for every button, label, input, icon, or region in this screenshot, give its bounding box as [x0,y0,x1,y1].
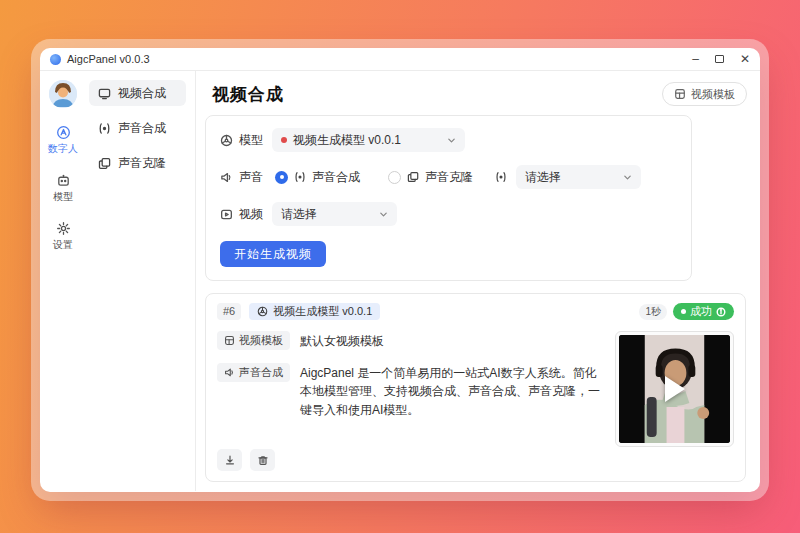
status-badge[interactable]: 成功 [673,303,734,320]
video-select-placeholder: 请选择 [281,206,317,223]
trash-icon [257,454,269,466]
voice-row: 声音 声音合成 声音克隆 请选择 [220,165,677,189]
template-icon [674,88,686,100]
video-field-icon [220,208,233,221]
left-rail: 数字人 模型 设置 [40,71,86,491]
voice-option-label[interactable]: 声音克隆 [425,169,473,186]
video-label: 视频 [239,206,263,223]
rail-item-label: 设置 [53,238,73,252]
close-icon[interactable]: ✕ [740,53,750,65]
duration-badge: 1秒 [639,304,667,320]
record-model-label: 视频生成模型 v0.0.1 [273,306,372,317]
voice-option-label[interactable]: 声音合成 [312,169,360,186]
chevron-down-icon [623,173,632,182]
voice-select-placeholder: 请选择 [525,169,561,186]
voice-clone-icon [98,157,111,170]
template-tag: 视频模板 [217,331,290,350]
rail-item-model[interactable]: 模型 [53,173,73,204]
rail-item-settings[interactable]: 设置 [53,221,73,252]
model-select-value: 视频生成模型 v0.0.1 [293,132,401,149]
window-controls: – ✕ [692,53,750,65]
chevron-down-icon [379,210,388,219]
voice-synthesis-icon [294,171,306,183]
voice-field-icon [220,171,233,184]
info-icon [716,307,726,317]
submenu-item-voice-clone[interactable]: 声音克隆 [89,150,186,176]
maximize-icon[interactable] [715,55,724,63]
submenu-item-label: 视频合成 [118,85,166,102]
voice-synthesis-icon [495,171,507,183]
video-thumbnail[interactable] [615,331,734,447]
video-select[interactable]: 请选择 [272,202,397,226]
app-window: AigcPanel v0.0.3 – ✕ 数字人 模型 设置 [40,48,760,492]
start-generate-button[interactable]: 开始生成视频 [220,241,326,267]
radio-voice-synthesis[interactable] [275,171,288,184]
rail-item-digital-human[interactable]: 数字人 [48,125,78,156]
voice-clone-icon [407,171,419,183]
status-dot [681,309,686,314]
avatar[interactable] [49,80,77,108]
settings-icon [56,221,71,236]
status-label: 成功 [690,306,712,317]
record-card-6: #6 视频生成模型 v0.0.1 1秒 成功 [205,293,746,482]
record-header: #6 视频生成模型 v0.0.1 1秒 成功 [217,303,734,320]
video-template-button[interactable]: 视频模板 [662,82,747,106]
submenu-item-voice-synthesis[interactable]: 声音合成 [89,115,186,141]
download-icon [224,454,236,466]
record-actions [217,449,734,471]
page-title: 视频合成 [212,83,284,106]
radio-voice-clone[interactable] [388,171,401,184]
download-button[interactable] [217,449,242,471]
submenu: 视频合成 声音合成 声音克隆 [86,71,196,491]
template-value: 默认女视频模板 [300,331,384,351]
template-icon [224,335,235,346]
delete-button[interactable] [250,449,275,471]
main-header: 视频合成 视频模板 [205,80,747,108]
submenu-item-video-synthesis[interactable]: 视频合成 [89,80,186,106]
video-row: 视频 请选择 [220,202,677,226]
voice-tag-label: 声音合成 [239,366,283,379]
voice-synthesis-icon [98,122,111,135]
play-icon[interactable] [665,376,685,402]
voice-select[interactable]: 请选择 [516,165,641,189]
voice-text-row: 声音合成 AigcPanel 是一个简单易用的一站式AI数字人系统。简化本地模型… [217,363,603,420]
template-row: 视频模板 默认女视频模板 [217,331,603,351]
model-status-dot [281,137,287,143]
model-row: 模型 视频生成模型 v0.0.1 [220,128,677,152]
app-logo-icon [50,54,61,65]
main-content: 视频合成 视频模板 模型 视频生成模型 v0.0.1 [196,71,760,491]
rail-item-label: 模型 [53,190,73,204]
model-icon [257,306,268,317]
voice-text: AigcPanel 是一个简单易用的一站式AI数字人系统。简化本地模型管理、支持… [300,363,603,420]
record-id-badge: #6 [217,303,241,320]
video-synthesis-icon [98,87,111,100]
desktop-background: { "window": { "title": "AigcPanel v0.0.3… [0,0,800,533]
submenu-item-label: 声音合成 [118,120,166,137]
window-title: AigcPanel v0.0.3 [67,53,150,65]
video-template-button-label: 视频模板 [691,87,735,102]
model-field-icon [220,134,233,147]
digital-human-icon [56,125,71,140]
voice-synthesis-tag: 声音合成 [217,363,290,382]
model-icon [56,173,71,188]
submenu-item-label: 声音克隆 [118,155,166,172]
template-tag-label: 视频模板 [239,334,283,347]
generation-form: 模型 视频生成模型 v0.0.1 声音 声音合成 声音克隆 [205,115,692,281]
speaker-icon [224,367,235,378]
chevron-down-icon [447,136,456,145]
minimize-icon[interactable]: – [692,53,699,65]
model-select[interactable]: 视频生成模型 v0.0.1 [272,128,465,152]
titlebar: AigcPanel v0.0.3 – ✕ [40,48,760,71]
model-label: 模型 [239,132,263,149]
record-body: 视频模板 默认女视频模板 声音合成 AigcPanel 是一个简单易用的一站式A… [217,331,734,447]
voice-label: 声音 [239,169,263,186]
rail-item-label: 数字人 [48,142,78,156]
record-model-badge: 视频生成模型 v0.0.1 [249,303,380,320]
